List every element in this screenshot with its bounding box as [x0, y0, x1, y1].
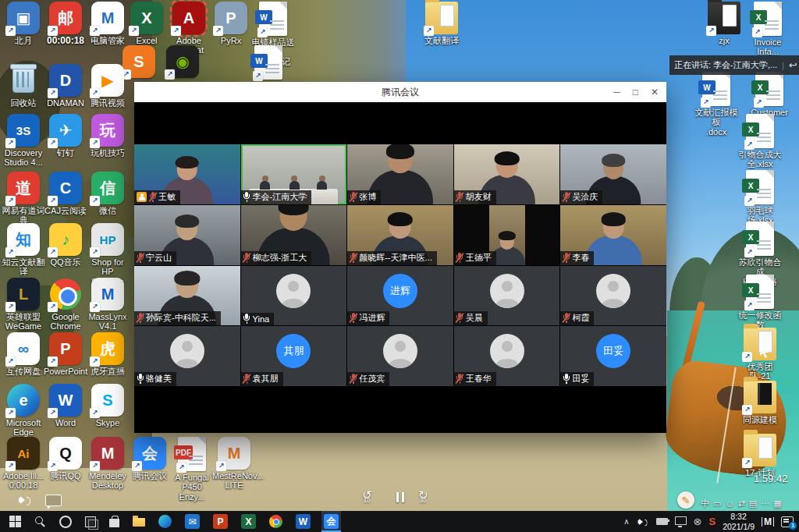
participant-tile[interactable]: 柯霞 [560, 266, 666, 326]
icon-edge[interactable]: e↗Microsoft Edge [2, 384, 45, 438]
icon-folder-wenxian-fanyi[interactable]: ↗文献翻译 [420, 2, 463, 45]
icon-badminton-xlsx[interactable]: X↗羽毛球场.xlsx [738, 170, 782, 225]
file-explorer-button[interactable] [130, 511, 147, 532]
tray-xcircle-icon[interactable]: ⊗ [694, 516, 702, 527]
icon-mendeley[interactable]: M↗Mendeley Desktop [86, 437, 130, 491]
icon-youdao-dict[interactable]: 道↗网易有道词典 [2, 172, 45, 225]
participant-tile[interactable]: Yina [241, 266, 347, 326]
tray-network-icon[interactable] [675, 516, 687, 525]
mail-button[interactable]: ✉ [183, 511, 202, 532]
participant-tile[interactable]: 李会-江南大学 [241, 144, 347, 204]
icon-excel[interactable]: X↗Excel [125, 2, 169, 45]
icon-qq-music[interactable]: ♪↗QQ音乐 [44, 223, 87, 267]
participant-tile[interactable]: 进辉冯进辉 [347, 266, 453, 326]
icon-mail-master-timer[interactable]: 邮↗00:00:18 [44, 2, 87, 46]
participant-tile[interactable]: 骆健美 [134, 326, 240, 386]
participant-tile[interactable]: 王德平 [454, 205, 560, 265]
task-view-button[interactable] [83, 511, 98, 532]
ime-smiley-icon[interactable]: ☺ [725, 499, 733, 509]
participant-tile[interactable]: 王春华 [454, 326, 560, 386]
participant-tile[interactable]: 张博 [347, 144, 453, 204]
speaking-toast[interactable]: 正在讲话: 李会-江南大学,... | ↩ [669, 55, 799, 75]
tray-chevron-up-icon[interactable]: ∧ [623, 517, 629, 526]
tray-battery-icon[interactable] [656, 518, 668, 525]
ime-swap-icon[interactable]: ⇄ [738, 498, 745, 509]
excel-button[interactable]: X [239, 511, 258, 532]
annotation-pencil-button[interactable]: ✎ [677, 491, 694, 509]
participant-tile[interactable]: 王敏 [134, 144, 240, 204]
icon-discovery-studio[interactable]: 3S↗Discovery Studio 4... [2, 114, 45, 168]
participant-tile[interactable]: 宁云山 [134, 205, 240, 265]
ime-grid-icon[interactable]: ▦ [773, 498, 781, 509]
icon-tencent-meeting-desktop[interactable]: 会↗腾讯会议 [128, 437, 172, 481]
icon-folder-17-plan[interactable]: ↗17-计划 [738, 434, 782, 477]
close-button[interactable]: ✕ [651, 87, 659, 98]
mnova-tray-icon[interactable]: M [762, 517, 774, 527]
icon-illustrator[interactable]: Ai↗Adobe Ill... 0:00:18 [2, 437, 45, 491]
icon-report-docx[interactable]: W↗文献汇报模板 .docx [694, 72, 738, 137]
icon-word[interactable]: W↗Word [44, 384, 87, 427]
icon-powerpoint[interactable]: P↗PowerPoint [44, 332, 87, 376]
icon-folder-homology[interactable]: ↗同源建模 [738, 381, 782, 424]
ime-keyboard-icon[interactable]: ▤ [749, 498, 757, 509]
participant-tile[interactable]: 李春 [560, 205, 666, 265]
search-button[interactable] [32, 511, 48, 532]
maximize-button[interactable]: □ [633, 87, 638, 98]
icon-lol-wegame[interactable]: L↗英雄联盟 WeGame版 [2, 278, 45, 341]
icon-beiyue[interactable]: ▣↗北月 [2, 2, 45, 45]
icon-zhiyun-translate[interactable]: 知↗知云文献翻译 V5.2 [2, 223, 45, 286]
ime-lang-icon[interactable]: 中 [701, 498, 709, 509]
chat-overlay-icon[interactable] [45, 495, 62, 506]
tray-volume-icon[interactable] [637, 517, 648, 526]
icon-caj-reader[interactable]: C↗CAJ云阅读 [44, 172, 87, 215]
ime-more-icon[interactable]: ⋯ [761, 498, 769, 509]
ime-monitor-icon[interactable]: ▭ [713, 498, 721, 509]
participant-tile[interactable]: 其朋袁其朋 [241, 326, 347, 386]
participant-tile[interactable]: 胡友财 [454, 144, 560, 204]
rewind-10-button[interactable]: ↺ 10 [362, 490, 372, 504]
tencent-meeting-button[interactable]: 会 [321, 511, 341, 532]
participant-tile[interactable]: 吴洽庆 [560, 144, 666, 204]
store-button[interactable] [107, 511, 122, 532]
icon-wechat[interactable]: 信↗微信 [86, 172, 130, 215]
icon-pc-manager[interactable]: M↗电脑管家 [86, 2, 130, 45]
icon-invoice-xlsx[interactable]: X↗Invoice Infa... [746, 2, 790, 57]
powerpoint-button[interactable]: P [211, 511, 230, 532]
chrome-button[interactable] [267, 511, 285, 532]
icon-dingtalk[interactable]: ✈↗钉钉 [44, 114, 87, 158]
ime-toolbar[interactable]: 中▭☺⇄▤⋯▦ [701, 498, 782, 509]
icon-chrome[interactable]: ↗Google Chrome [44, 278, 87, 332]
window-titlebar[interactable]: 腾讯会议 ─ □ ✕ [134, 82, 666, 102]
participant-tile[interactable]: 任茂宾 [347, 326, 453, 386]
pause-button[interactable] [395, 491, 406, 505]
system-volume-icon[interactable] [19, 495, 31, 505]
icon-nvidia[interactable]: ◉↗ [161, 45, 204, 78]
participant-tile[interactable]: 孙际宾-中科院天... [134, 266, 240, 326]
taskbar-clock[interactable]: 8:322021/1/9 [723, 512, 755, 531]
icon-primer-xlsx[interactable]: X↗引物合成大 全.xlsx [738, 114, 782, 169]
notification-center-icon[interactable]: 1 [781, 516, 794, 527]
icon-word-doc-top[interactable]: W↗ [247, 45, 290, 80]
icon-pyrx[interactable]: P↗PyRx [209, 2, 253, 45]
icon-recycle-bin[interactable]: 回收站 [2, 64, 45, 108]
icon-hp-supplies[interactable]: HP↗Shop for HP Supplies [86, 223, 130, 286]
icon-huya-live[interactable]: 虎↗虎牙直播 [86, 332, 130, 376]
word-button[interactable]: W [293, 511, 313, 532]
cortana-button[interactable] [57, 511, 74, 532]
tray-sogou-icon[interactable]: S [708, 516, 716, 527]
icon-skype[interactable]: S↗Skype [86, 384, 130, 427]
icon-folder-zjx[interactable]: ↗zjx [702, 2, 746, 45]
icon-fungal-pdf[interactable]: PDF↗A Fungal P450 Enzy... [170, 437, 214, 502]
reply-arrow-icon[interactable]: ↩ [789, 59, 797, 71]
minimize-button[interactable]: ─ [613, 87, 620, 98]
participant-tile[interactable]: 颜晓晖--天津中医... [347, 205, 453, 265]
icon-huchuan-pan[interactable]: ∞↗互传网盘 [2, 332, 45, 376]
participant-tile[interactable]: 吴晨 [454, 266, 560, 326]
icon-masslynx[interactable]: M↗MassLynx V4.1 [86, 278, 130, 332]
icon-mestrenova[interactable]: M↗MestReNov... LITE [212, 437, 256, 491]
icon-phone-tips[interactable]: 玩↗玩机技巧 [86, 114, 130, 158]
participant-tile[interactable]: 柳志强-浙工大 [241, 205, 347, 265]
icon-qq[interactable]: Q↗腾讯QQ [44, 437, 87, 481]
start-button[interactable] [7, 511, 23, 532]
icon-dnaman[interactable]: D↗DNAMAN [44, 64, 87, 108]
